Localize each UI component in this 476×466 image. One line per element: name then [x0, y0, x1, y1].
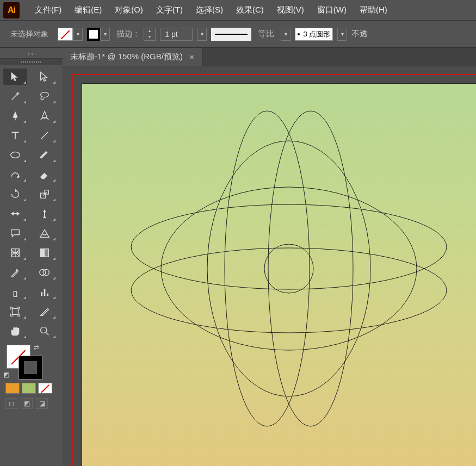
blend-tool[interactable]	[33, 264, 57, 281]
options-bar: 未选择对象 ▾ ▾ 描边 : ▴▾ 1 pt ▾ 等比 ▾ 3 点圆形 ▾ 不透	[0, 21, 476, 48]
svg-point-3	[17, 176, 20, 178]
draw-behind-icon[interactable]: ◩	[21, 398, 33, 409]
svg-rect-8	[40, 249, 44, 257]
grip-bar[interactable]	[0, 59, 63, 65]
close-icon[interactable]: ×	[189, 52, 194, 61]
eyedropper-tool[interactable]	[3, 264, 27, 281]
perspective-grid-tool[interactable]	[33, 225, 57, 241]
free-transform-tool[interactable]	[3, 225, 27, 241]
svg-rect-12	[13, 309, 18, 315]
menu-effect[interactable]: 效果(C)	[230, 2, 270, 18]
zoom-tool[interactable]	[33, 323, 57, 339]
gradient-tool[interactable]	[33, 245, 57, 261]
draw-inside-icon[interactable]: ◪	[36, 398, 48, 409]
menu-view[interactable]: 视图(V)	[270, 2, 311, 18]
direct-selection-tool[interactable]	[33, 69, 57, 85]
stroke-swatch-large[interactable]	[18, 356, 42, 380]
svg-point-9	[39, 270, 45, 276]
pin-tool[interactable]	[33, 206, 57, 222]
menu-help[interactable]: 帮助(H)	[353, 2, 394, 18]
app-logo: Ai	[3, 2, 20, 18]
artwork-ellipses[interactable]	[109, 89, 468, 448]
svg-point-0	[40, 92, 48, 97]
svg-rect-11	[14, 291, 17, 296]
paintbrush-tool[interactable]	[33, 147, 57, 163]
menu-window[interactable]: 窗口(W)	[311, 2, 353, 18]
brush-label: 3 点圆形	[303, 29, 330, 39]
type-tool[interactable]	[3, 127, 27, 144]
svg-point-14	[264, 244, 313, 293]
menu-bar: Ai 文件(F) 编辑(E) 对象(O) 文字(T) 选择(S) 效果(C) 视…	[0, 0, 476, 21]
slice-tool[interactable]	[33, 303, 57, 320]
canvas-viewport[interactable]	[63, 66, 476, 466]
fill-swatch-none-icon	[58, 28, 73, 41]
screen-mode-row: ◻ ◩ ◪	[0, 398, 63, 413]
draw-normal-icon[interactable]: ◻	[5, 398, 17, 409]
tool-grid	[0, 65, 63, 343]
menu-select[interactable]: 选择(S)	[189, 2, 230, 18]
left-panel-column: ‹‹ ⇄ ◩ ◻ ◩ ◪	[0, 48, 63, 466]
color-mode-solid[interactable]	[5, 383, 20, 394]
menu-file[interactable]: 文件(F)	[28, 2, 68, 18]
stroke-weight-field[interactable]: 1 pt	[160, 28, 193, 41]
rotate-tool[interactable]	[3, 186, 27, 202]
selection-status: 未选择对象	[5, 28, 53, 41]
chevron-down-icon[interactable]: ▾	[337, 28, 347, 41]
eraser-tool[interactable]	[33, 166, 57, 183]
chevron-down-icon[interactable]: ▾	[100, 28, 110, 41]
document-tab-bar: 未标题-1* @ 150% (RGB/预览) ×	[63, 48, 476, 66]
svg-point-13	[40, 327, 46, 333]
chevron-down-icon[interactable]: ▾	[197, 28, 207, 41]
profile-label: 等比	[258, 29, 274, 39]
stroke-profile-sample[interactable]	[211, 28, 251, 41]
pen-tool[interactable]	[3, 108, 27, 124]
width-tool[interactable]	[3, 206, 27, 222]
stroke-weight-stepper[interactable]: ▴▾	[144, 28, 156, 41]
color-mode-none[interactable]	[38, 383, 52, 394]
default-fill-stroke-icon[interactable]: ◩	[3, 371, 9, 378]
fill-swatch-combo[interactable]: ▾	[58, 28, 83, 41]
mesh-tool[interactable]	[3, 245, 27, 261]
svg-point-19	[161, 187, 417, 350]
stroke-label: 描边 :	[116, 29, 137, 39]
color-mode-row	[0, 382, 63, 398]
menu-type[interactable]: 文字(T)	[150, 2, 189, 18]
magic-wand-tool[interactable]	[3, 88, 27, 104]
svg-point-18	[131, 248, 447, 333]
brush-sample[interactable]: 3 点圆形	[295, 28, 333, 41]
column-graph-tool[interactable]	[33, 284, 57, 300]
svg-point-15	[225, 111, 310, 426]
ellipse-tool[interactable]	[3, 147, 27, 163]
hand-tool[interactable]	[3, 323, 27, 339]
svg-point-17	[131, 204, 447, 289]
chevron-down-icon[interactable]: ▾	[73, 28, 83, 41]
menu-object[interactable]: 对象(O)	[108, 2, 150, 18]
symbol-sprayer-tool[interactable]	[3, 284, 27, 300]
opacity-label: 不透	[351, 29, 368, 39]
stroke-swatch-combo[interactable]: ▾	[87, 28, 110, 41]
chevron-down-icon[interactable]: ▾	[281, 28, 290, 41]
svg-point-10	[43, 270, 49, 276]
curvature-tool[interactable]	[33, 108, 57, 124]
svg-point-16	[268, 111, 353, 426]
swap-fill-stroke-icon[interactable]: ⇄	[34, 344, 39, 351]
stroke-swatch-icon	[87, 28, 100, 41]
document-tab[interactable]: 未标题-1* @ 150% (RGB/预览) ×	[63, 48, 202, 66]
lasso-tool[interactable]	[33, 88, 57, 104]
shaper-tool[interactable]	[3, 166, 27, 183]
artboard[interactable]	[82, 84, 476, 466]
selection-tool[interactable]	[3, 69, 27, 85]
svg-point-2	[11, 152, 20, 158]
artboard-tool[interactable]	[3, 303, 27, 320]
menu-edit[interactable]: 编辑(E)	[68, 2, 108, 18]
color-mode-gradient[interactable]	[22, 383, 36, 394]
workspace: ‹‹ ⇄ ◩ ◻ ◩ ◪ 未标题-1* @ 150% (RGB/预览) ×	[0, 48, 476, 466]
svg-point-20	[207, 141, 370, 396]
document-tab-title: 未标题-1* @ 150% (RGB/预览)	[70, 52, 183, 62]
line-segment-tool[interactable]	[33, 127, 57, 144]
panel-collapse-button[interactable]: ‹‹	[0, 48, 63, 59]
fill-stroke-area[interactable]: ⇄ ◩	[0, 343, 63, 382]
scale-tool[interactable]	[33, 186, 57, 202]
document-area: 未标题-1* @ 150% (RGB/预览) ×	[63, 48, 476, 466]
svg-line-1	[41, 132, 48, 139]
